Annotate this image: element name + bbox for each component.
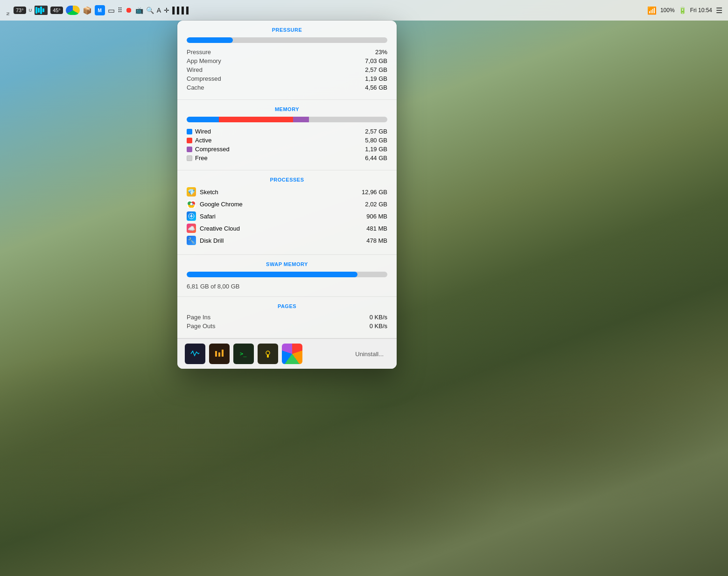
footer-icon-colorful[interactable] — [282, 344, 302, 364]
font-icon[interactable]: A — [157, 7, 161, 14]
creative-cloud-icon: ☁️ — [187, 224, 196, 233]
record-icon[interactable]: ⏺ — [125, 6, 133, 14]
process-chrome[interactable]: Google Chrome 2,02 GB — [187, 199, 387, 209]
memory-section: MEMORY Wired 2,57 GB Active 5,80 GB Comp… — [177, 100, 397, 170]
disk-drill-icon: 🔧 — [187, 236, 196, 245]
battery-widget[interactable]: ▌▌▌▌ — [172, 7, 191, 14]
menu-icon[interactable]: ☰ — [716, 6, 722, 15]
wired-pressure-value: 2,57 GB — [365, 66, 387, 73]
safari-value: 906 MB — [366, 213, 387, 220]
swap-bar-fill — [187, 272, 357, 277]
process-sketch[interactable]: 💎 Sketch 12,96 GB — [187, 187, 387, 197]
process-disk-drill[interactable]: 🔧 Disk Drill 478 MB — [187, 236, 387, 245]
color-pill — [66, 6, 80, 15]
processes-title: PROCESSES — [187, 177, 387, 183]
dropbox-icon[interactable]: 📦 — [83, 6, 92, 15]
svg-rect-11 — [267, 355, 269, 358]
page-ins-label: Page Ins — [187, 314, 210, 321]
cache-row: Cache 4,56 GB — [187, 84, 387, 91]
memory-free-legend: Free 6,44 GB — [187, 155, 387, 162]
pressure-row: Pressure 23% — [187, 49, 387, 56]
compressed-dot — [187, 147, 192, 152]
footer-icon-keychain[interactable] — [258, 344, 278, 364]
pressure-title: PRESSURE — [187, 27, 387, 33]
pressure-label: Pressure — [187, 49, 211, 56]
disk-drill-value: 478 MB — [366, 237, 387, 244]
processes-section: PROCESSES 💎 Sketch 12,96 GB — [177, 170, 397, 255]
clock: Fri 10:54 — [690, 7, 712, 14]
menubar: N 73° U 45° 📦 M ▭ ⠿ ⏺ 📺 🔍 A ✛ ▌▌▌▌ 📶 100… — [0, 0, 728, 21]
memory-compressed-legend: Compressed 1,19 GB — [187, 146, 387, 153]
page-ins-value: 0 KB/s — [370, 314, 387, 321]
app-memory-value: 7,03 GB — [365, 57, 387, 64]
cast-icon[interactable]: 📺 — [135, 7, 143, 14]
svg-rect-6 — [215, 351, 217, 357]
pressure-value: 23% — [375, 49, 387, 56]
svg-rect-7 — [218, 352, 220, 357]
page-outs-value: 0 KB/s — [370, 323, 387, 330]
safari-name: Safari — [200, 213, 216, 220]
pressure-bar-fill — [187, 37, 233, 43]
page-ins-row: Page Ins 0 KB/s — [187, 314, 387, 321]
cache-label: Cache — [187, 84, 204, 91]
wired-legend-label: Wired — [195, 128, 211, 135]
grid-icon[interactable]: ⠿ — [118, 7, 122, 14]
compressed-legend-value: 1,19 GB — [365, 146, 387, 153]
temp-display: N — [6, 5, 11, 15]
footer-icon-activity[interactable] — [185, 344, 205, 364]
safari-icon — [187, 211, 196, 221]
uninstall-button[interactable]: Uninstall... — [350, 348, 389, 360]
pressure-section: PRESSURE Pressure 23% App Memory 7,03 GB… — [177, 21, 397, 100]
active-legend-label: Active — [195, 137, 211, 144]
active-dot — [187, 138, 192, 143]
battery-percent: 100% — [660, 7, 675, 14]
search-icon[interactable]: 🔍 — [146, 7, 154, 14]
sketch-icon: 💎 — [187, 187, 196, 197]
sketch-value: 12,96 GB — [362, 189, 387, 196]
wired-pressure-label: Wired — [187, 66, 203, 73]
compressed-pressure-row: Compressed 1,19 GB — [187, 75, 387, 82]
footer-icon-terminal[interactable]: >_ — [233, 344, 254, 364]
memory-popup: PRESSURE Pressure 23% App Memory 7,03 GB… — [177, 21, 397, 369]
disk-drill-name: Disk Drill — [200, 237, 224, 244]
free-dot — [187, 155, 192, 161]
svg-rect-8 — [222, 350, 224, 357]
active-legend-value: 5,80 GB — [365, 137, 387, 144]
compressed-pressure-label: Compressed — [187, 75, 221, 82]
chrome-icon — [187, 199, 196, 209]
memory-bar-container — [187, 117, 387, 122]
popup-footer: >_ Uninstall... — [177, 338, 397, 369]
temperature: 73° — [14, 7, 26, 14]
page-outs-label: Page Outs — [187, 323, 215, 330]
svg-point-1 — [190, 203, 193, 205]
wifi-icon: 📶 — [647, 6, 657, 15]
creative-cloud-name: Creative Cloud — [200, 225, 240, 232]
memory-wired-legend: Wired 2,57 GB — [187, 128, 387, 135]
sketch-name: Sketch — [200, 189, 218, 196]
memory-monitor-icon[interactable]: M — [95, 5, 105, 15]
app-memory-label: App Memory — [187, 57, 221, 64]
process-safari[interactable]: Safari 906 MB — [187, 211, 387, 221]
move-icon[interactable]: ✛ — [164, 7, 169, 14]
compressed-legend-label: Compressed — [195, 146, 230, 153]
free-legend-value: 6,44 GB — [365, 155, 387, 162]
cpu-label: U — [29, 8, 32, 13]
cpu-temp: 45° — [50, 7, 63, 14]
cache-value: 4,56 GB — [365, 84, 387, 91]
free-legend-label: Free — [195, 155, 208, 162]
cpu-gauge — [35, 6, 48, 15]
memory-seg-active — [219, 117, 293, 122]
app-memory-row: App Memory 7,03 GB — [187, 57, 387, 64]
creative-cloud-value: 481 MB — [366, 225, 387, 232]
memory-active-legend: Active 5,80 GB — [187, 137, 387, 144]
svg-text:>_: >_ — [240, 351, 247, 357]
wired-legend-value: 2,57 GB — [365, 128, 387, 135]
screen-icon[interactable]: ▭ — [108, 6, 115, 15]
pages-section: PAGES Page Ins 0 KB/s Page Outs 0 KB/s — [177, 297, 397, 338]
memory-title: MEMORY — [187, 106, 387, 112]
wired-dot — [187, 129, 192, 134]
swap-bar-container — [187, 272, 387, 277]
process-creative-cloud[interactable]: ☁️ Creative Cloud 481 MB — [187, 224, 387, 233]
pages-title: PAGES — [187, 303, 387, 309]
footer-icon-network[interactable] — [209, 344, 230, 364]
